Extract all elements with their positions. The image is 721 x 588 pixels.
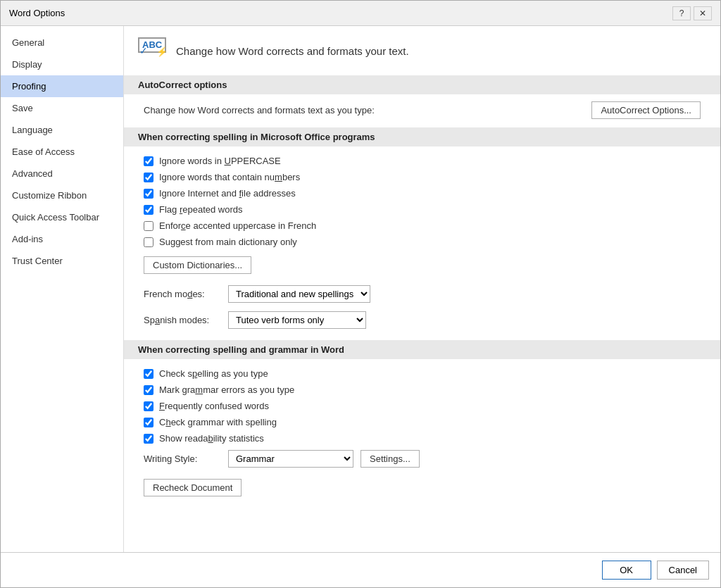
checkbox-mark-grammar-type: Mark grammar errors as you type bbox=[138, 382, 706, 397]
checkbox-frequently-confused: Frequently confused words bbox=[138, 399, 706, 413]
checkbox-check-spelling-type: Check spelling as you type bbox=[138, 366, 706, 381]
checkbox-ignore-uppercase: Ignore words in UPPERCASE bbox=[138, 154, 706, 168]
page-title: Change how Word corrects and formats you… bbox=[176, 45, 409, 57]
checkbox-flag-repeated: Flag repeated words bbox=[138, 202, 706, 217]
title-bar-left: Word Options bbox=[9, 8, 65, 18]
sidebar-item-advanced[interactable]: Advanced bbox=[1, 163, 123, 184]
french-modes-select[interactable]: Traditional and new spellings New spelli… bbox=[228, 285, 370, 303]
checkbox-check-grammar-spelling-label: Check grammar with spelling bbox=[159, 417, 277, 427]
sidebar-item-ease-of-access[interactable]: Ease of Access bbox=[1, 141, 123, 163]
sidebar: General Display Proofing Save Language E… bbox=[1, 26, 124, 552]
checkbox-mark-grammar-type-input[interactable] bbox=[144, 385, 153, 395]
checkbox-ignore-internet: Ignore Internet and file addresses bbox=[138, 186, 706, 201]
checkbox-frequently-confused-input[interactable] bbox=[144, 401, 153, 411]
writing-style-select[interactable]: Grammar Grammar & Style Grammar & Refine… bbox=[228, 450, 353, 468]
content-area: ABC ✓ ⚡ Change how Word corrects and for… bbox=[124, 26, 720, 552]
sidebar-item-general[interactable]: General bbox=[1, 32, 123, 54]
checkbox-enforce-french-label: Enforce accented uppercase in French bbox=[159, 220, 316, 231]
checkbox-flag-repeated-label: Flag repeated words bbox=[159, 204, 243, 215]
proofing-icon: ABC ✓ ⚡ bbox=[138, 37, 168, 64]
checkbox-ignore-numbers: Ignore words that contain numbers bbox=[138, 170, 706, 184]
autocorrect-options-button[interactable]: AutoCorrect Options... bbox=[591, 101, 701, 119]
checkbox-enforce-french: Enforce accented uppercase in French bbox=[138, 218, 706, 233]
dialog-title: Word Options bbox=[9, 8, 65, 18]
sidebar-item-quick-access-toolbar[interactable]: Quick Access Toolbar bbox=[1, 206, 123, 228]
cancel-button[interactable]: Cancel bbox=[657, 561, 709, 580]
scroll-spacer bbox=[138, 505, 706, 533]
sidebar-item-add-ins[interactable]: Add-ins bbox=[1, 228, 123, 250]
checkbox-check-grammar-spelling-input[interactable] bbox=[144, 418, 153, 427]
sidebar-item-language[interactable]: Language bbox=[1, 119, 123, 141]
spanish-modes-label: Spanish modes: bbox=[144, 315, 221, 325]
autocorrect-section-header: AutoCorrect options bbox=[124, 75, 720, 94]
checkbox-mark-grammar-type-label: Mark grammar errors as you type bbox=[159, 384, 294, 395]
sidebar-item-trust-center[interactable]: Trust Center bbox=[1, 250, 123, 272]
ok-button[interactable]: OK bbox=[602, 561, 651, 580]
checkbox-enforce-french-input[interactable] bbox=[144, 221, 153, 231]
dialog-body: General Display Proofing Save Language E… bbox=[1, 26, 720, 552]
french-modes-row: French modes: Traditional and new spelli… bbox=[138, 282, 706, 306]
checkbox-ignore-internet-label: Ignore Internet and file addresses bbox=[159, 188, 296, 199]
checkbox-flag-repeated-input[interactable] bbox=[144, 205, 153, 215]
page-header: ABC ✓ ⚡ Change how Word corrects and for… bbox=[138, 37, 706, 64]
sidebar-item-customize-ribbon[interactable]: Customize Ribbon bbox=[1, 184, 123, 206]
recheck-document-button[interactable]: Recheck Document bbox=[144, 479, 242, 496]
custom-dict-row: Custom Dictionaries... bbox=[138, 251, 706, 280]
main-content: ABC ✓ ⚡ Change how Word corrects and for… bbox=[124, 26, 720, 552]
checkbox-frequently-confused-label: Frequently confused words bbox=[159, 401, 269, 411]
spanish-modes-select[interactable]: Tuteo verb forms only Voseo verb forms o… bbox=[228, 311, 366, 329]
sidebar-item-save[interactable]: Save bbox=[1, 97, 123, 119]
checkbox-show-readability: Show readability statistics bbox=[138, 431, 706, 446]
checkbox-check-spelling-type-input[interactable] bbox=[144, 369, 153, 379]
recheck-row: Recheck Document bbox=[138, 473, 706, 502]
autocorrect-description: Change how Word corrects and formats tex… bbox=[144, 105, 375, 115]
word-options-dialog: Word Options ? ✕ General Display Proofin… bbox=[0, 0, 721, 588]
sidebar-item-proofing[interactable]: Proofing bbox=[1, 75, 123, 97]
checkbox-show-readability-label: Show readability statistics bbox=[159, 433, 264, 444]
french-modes-label: French modes: bbox=[144, 289, 221, 299]
help-button[interactable]: ? bbox=[672, 6, 691, 20]
checkbox-ignore-numbers-label: Ignore words that contain numbers bbox=[159, 172, 300, 182]
checkbox-ignore-internet-input[interactable] bbox=[144, 189, 153, 199]
close-button[interactable]: ✕ bbox=[694, 6, 712, 20]
settings-button[interactable]: Settings... bbox=[360, 450, 420, 468]
checkbox-check-spelling-type-label: Check spelling as you type bbox=[159, 368, 268, 379]
title-bar: Word Options ? ✕ bbox=[1, 1, 720, 26]
checkbox-ignore-uppercase-input[interactable] bbox=[144, 156, 153, 166]
writing-style-label: Writing Style: bbox=[144, 453, 221, 464]
custom-dictionaries-button[interactable]: Custom Dictionaries... bbox=[144, 256, 251, 274]
title-bar-controls: ? ✕ bbox=[672, 6, 712, 20]
writing-style-row: Writing Style: Grammar Grammar & Style G… bbox=[138, 447, 706, 470]
checkbox-ignore-numbers-input[interactable] bbox=[144, 173, 153, 182]
bottom-bar: OK Cancel bbox=[1, 552, 720, 587]
checkbox-show-readability-input[interactable] bbox=[144, 434, 153, 444]
ms-office-section-header: When correcting spelling in Microsoft Of… bbox=[124, 127, 720, 146]
sidebar-item-display[interactable]: Display bbox=[1, 54, 123, 75]
word-grammar-section-header: When correcting spelling and grammar in … bbox=[124, 340, 720, 359]
checkbox-suggest-main: Suggest from main dictionary only bbox=[138, 234, 706, 249]
checkbox-ignore-uppercase-label: Ignore words in UPPERCASE bbox=[159, 156, 281, 166]
checkbox-suggest-main-label: Suggest from main dictionary only bbox=[159, 237, 297, 247]
autocorrect-row: Change how Word corrects and formats tex… bbox=[138, 101, 706, 119]
checkbox-suggest-main-input[interactable] bbox=[144, 237, 153, 247]
checkbox-check-grammar-spelling: Check grammar with spelling bbox=[138, 415, 706, 430]
spanish-modes-row: Spanish modes: Tuteo verb forms only Vos… bbox=[138, 308, 706, 332]
